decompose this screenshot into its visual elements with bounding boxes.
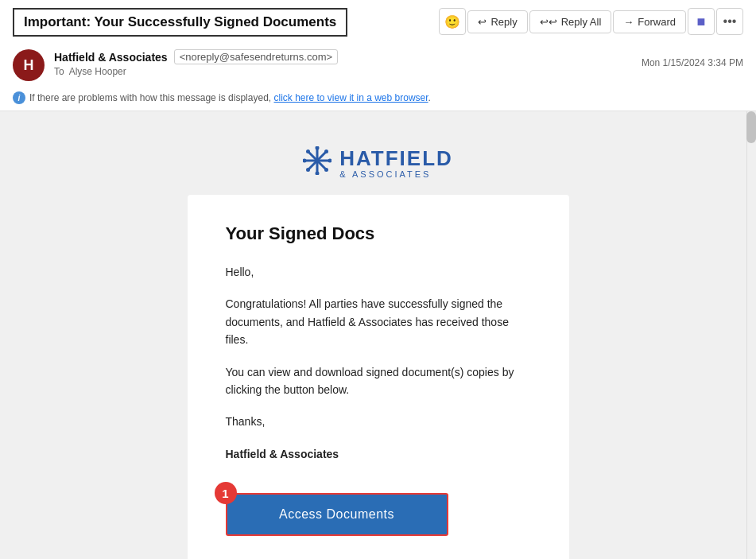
logo-name: HATFIELD	[339, 148, 453, 169]
email-body-area: HATFIELD & ASSOCIATES Your Signed Docs H…	[0, 111, 756, 559]
sender-info: Hatfield & Associates <noreply@safesendr…	[54, 49, 743, 77]
teams-icon: ■	[697, 14, 706, 30]
logo-tagline: & ASSOCIATES	[339, 170, 453, 179]
reply-button[interactable]: ↩ Reply	[467, 10, 527, 33]
email-timestamp: Mon 1/15/2024 3:34 PM	[642, 57, 743, 68]
badge-number: 1	[215, 482, 237, 504]
svg-point-10	[324, 149, 328, 153]
svg-point-11	[306, 168, 310, 172]
svg-point-4	[316, 146, 320, 150]
reply-all-button[interactable]: ↩↩ Reply All	[529, 10, 612, 33]
svg-point-9	[324, 168, 328, 172]
email-toolbar: 🙂 ↩ Reply ↩↩ Reply All → Forward ■ •••	[439, 8, 743, 41]
reply-all-icon: ↩↩	[540, 16, 557, 28]
svg-point-6	[303, 159, 307, 163]
download-text: You can view and download signed documen…	[226, 363, 531, 399]
access-documents-section: 1 Access Documents	[226, 493, 448, 536]
signature-bold: Hatfield & Associates	[226, 448, 339, 460]
email-card: Your Signed Docs Hello, Congratulations!…	[188, 195, 569, 559]
svg-point-8	[306, 149, 310, 153]
info-text: If there are problems with how this mess…	[29, 92, 431, 103]
teams-button[interactable]: ■	[688, 8, 715, 35]
svg-point-5	[316, 172, 320, 176]
access-documents-button[interactable]: Access Documents	[226, 493, 448, 536]
emoji-icon: 🙂	[444, 14, 460, 29]
card-body: Hello, Congratulations! All parties have…	[226, 263, 531, 463]
thanks-text: Thanks,	[226, 413, 531, 430]
view-in-browser-link[interactable]: click here to view it in a web browser	[273, 92, 428, 103]
reply-icon: ↩	[478, 16, 487, 28]
sender-email: <noreply@safesendreturns.com>	[174, 49, 338, 64]
scrollbar-thumb[interactable]	[746, 111, 756, 143]
email-subject: Important: Your Successfully Signed Docu…	[13, 8, 347, 37]
card-title: Your Signed Docs	[226, 223, 531, 244]
forward-button[interactable]: → Forward	[613, 10, 686, 33]
greeting: Hello,	[226, 263, 531, 281]
forward-icon: →	[623, 16, 634, 28]
logo-text: HATFIELD & ASSOCIATES	[339, 148, 453, 179]
avatar: H	[13, 49, 45, 81]
congrats-text: Congratulations! All parties have succes…	[226, 295, 531, 348]
svg-point-7	[328, 159, 332, 163]
company-logo: HATFIELD & ASSOCIATES	[108, 127, 649, 195]
recipient-info: To Alyse Hooper	[54, 66, 743, 77]
scrollbar-track[interactable]	[746, 111, 756, 559]
info-icon: i	[13, 91, 25, 104]
emoji-button[interactable]: 🙂	[439, 8, 466, 35]
more-icon: •••	[723, 14, 737, 29]
info-bar: i If there are problems with how this me…	[13, 87, 743, 111]
logo-icon	[303, 146, 331, 181]
signature: Hatfield & Associates	[226, 445, 531, 463]
more-options-button[interactable]: •••	[716, 8, 743, 35]
sender-name: Hatfield & Associates	[54, 51, 168, 64]
